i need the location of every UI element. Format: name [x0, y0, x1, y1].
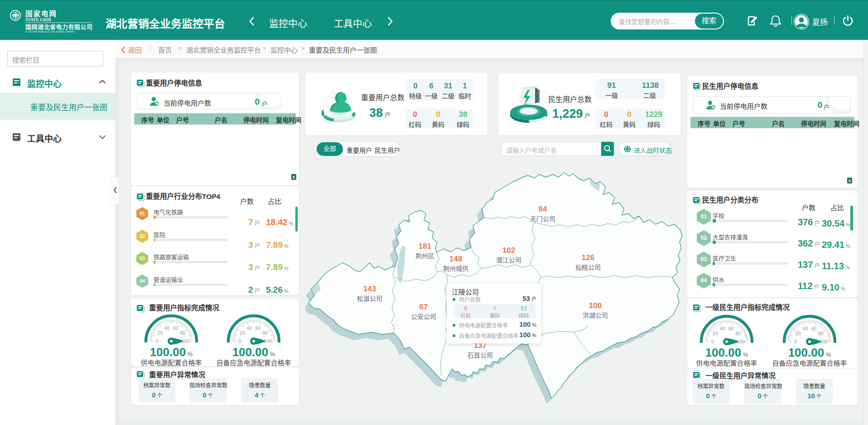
svg-text:0: 0	[156, 338, 159, 344]
svg-text:40: 40	[803, 326, 808, 331]
svg-text:80: 80	[735, 331, 741, 336]
svg-text:20: 20	[796, 331, 801, 336]
svg-text:80: 80	[262, 330, 268, 336]
svg-text:0: 0	[238, 338, 241, 344]
svg-text:20: 20	[713, 331, 718, 336]
svg-text:80: 80	[818, 331, 824, 336]
svg-text:40: 40	[247, 325, 252, 331]
svg-text:STATE GRID HUBEI ELECTRIC POWE: STATE GRID HUBEI ELECTRIC POWER COMPANY	[25, 31, 75, 33]
svg-text:STATE GRID: STATE GRID	[25, 18, 51, 22]
svg-text:国家电网: 国家电网	[25, 10, 57, 18]
svg-text:国网湖北省电力有限公司: 国网湖北省电力有限公司	[25, 24, 93, 30]
svg-text:60: 60	[173, 325, 178, 331]
svg-text:20: 20	[157, 330, 163, 336]
svg-text:80: 80	[180, 330, 185, 336]
svg-text:20: 20	[240, 330, 245, 336]
svg-text:0: 0	[711, 339, 714, 344]
svg-text:40: 40	[164, 325, 170, 331]
svg-text:40: 40	[720, 326, 725, 331]
svg-text:60: 60	[728, 326, 734, 331]
svg-text:0: 0	[794, 339, 797, 344]
svg-text:60: 60	[811, 326, 817, 331]
svg-text:60: 60	[256, 325, 261, 331]
